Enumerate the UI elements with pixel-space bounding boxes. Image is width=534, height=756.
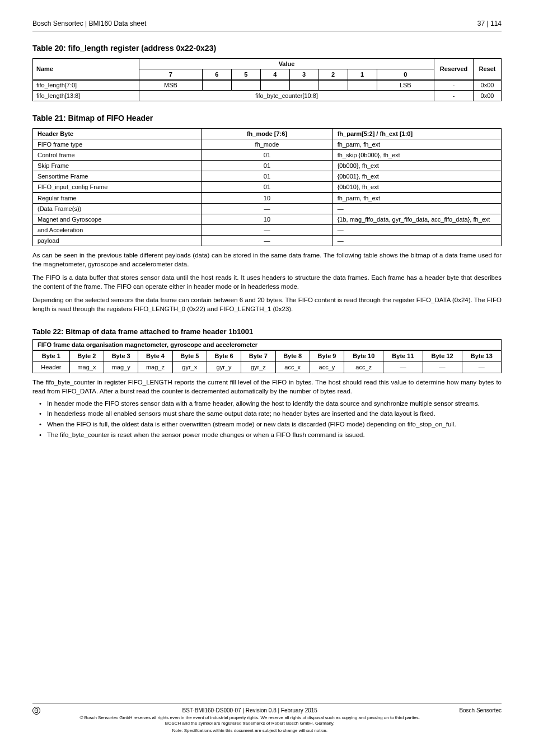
- t22-d9: acc_z: [344, 361, 383, 373]
- page-footer: BST-BMI160-DS000-07 | Revision 0.8 | Feb…: [32, 703, 502, 734]
- body-p1: The FIFO is a data buffer that stores se…: [32, 273, 502, 291]
- bullet-icon: •: [39, 430, 47, 440]
- t20-bit-3: 3: [289, 69, 318, 80]
- t21-tr4-1: —: [202, 236, 332, 246]
- t20-r1-reset: 0x00: [474, 91, 502, 101]
- t22-d12: —: [462, 361, 501, 373]
- list-item: •The fifo_byte_counter is reset when the…: [39, 430, 502, 440]
- t20-bit-4: 4: [260, 69, 289, 80]
- t21-r2-2: {0b000}, fh_ext: [332, 161, 501, 171]
- t20-r0-c4: [289, 80, 318, 91]
- header-page-number: 37 | 114: [477, 20, 502, 27]
- t22-d8: acc_y: [310, 361, 344, 373]
- t20-r0-c6: [348, 80, 377, 91]
- t20-h-reset: Reset: [474, 59, 502, 80]
- t21-tr1-1: —: [202, 204, 332, 214]
- page-header: Bosch Sensortec | BMI160 Data sheet 37 |…: [32, 20, 502, 31]
- list-item: •When the FIFO is full, the oldest data …: [39, 420, 502, 429]
- t21-tr4-2: —: [332, 236, 501, 246]
- t20-r0-reserved: -: [434, 80, 474, 91]
- t20-r0-c1: [202, 80, 231, 91]
- t21-tr4-0: payload: [33, 236, 202, 246]
- bullet-icon: •: [39, 409, 47, 419]
- t22-h8: Byte 9: [310, 350, 344, 361]
- table-21: Header Byte fh_mode [7:6] fh_parm[5:2] /…: [32, 128, 502, 246]
- t21-r0-2: fh_parm, fh_ext: [332, 139, 501, 150]
- bullet-icon: •: [39, 420, 47, 429]
- t22-d7: acc_x: [275, 361, 310, 373]
- table-20-title: Table 20: fifo_length register (address …: [32, 44, 502, 53]
- t21-r2-1: 01: [202, 161, 332, 171]
- t21-tr2-0: Magnet and Gyroscope: [33, 214, 202, 225]
- t22-h7: Byte 8: [275, 350, 310, 361]
- t21-h1: fh_mode [7:6]: [202, 129, 332, 139]
- table-22: FIFO frame data organisation magnetomete…: [32, 339, 502, 373]
- t20-r0-c2: [231, 80, 260, 91]
- t21-r1-2: fh_skip {0b000}, fh_ext: [332, 150, 501, 161]
- t21-r0-0: FIFO frame type: [33, 139, 202, 150]
- t21-tr0-0: Regular frame: [33, 192, 202, 204]
- t20-r1-name: fifo_length[13:8]: [33, 91, 139, 101]
- bosch-logo-icon: [32, 707, 40, 715]
- t21-r4-1: 01: [202, 182, 332, 193]
- t20-bit-5: 5: [231, 69, 260, 80]
- footer-company: Bosch Sensortec: [459, 707, 502, 714]
- t21-r4-0: FIFO_input_config Frame: [33, 182, 202, 193]
- t22-h11: Byte 12: [423, 350, 462, 361]
- t22-h10: Byte 11: [383, 350, 423, 361]
- t21-tr0-1: 10: [202, 192, 332, 204]
- t21-tr3-1: —: [202, 225, 332, 236]
- header-left: Bosch Sensortec | BMI160 Data sheet: [32, 20, 146, 27]
- t21-tr0-2: fh_parm, fh_ext: [332, 192, 501, 204]
- t22-d2: mag_y: [104, 361, 138, 373]
- t20-bit-1: 1: [348, 69, 377, 80]
- t21-h0: Header Byte: [33, 129, 202, 139]
- footer-doc-id: BST-BMI160-DS000-07 | Revision 0.8 | Feb…: [76, 707, 423, 714]
- bullet-icon: •: [39, 399, 47, 408]
- t21-r4-2: {0b010}, fh_ext: [332, 182, 501, 193]
- t21-r3-1: 01: [202, 171, 332, 182]
- t21-tr3-2: —: [332, 225, 501, 236]
- t21-tr3-0: and Acceleration: [33, 225, 202, 236]
- t22-h1: Byte 2: [69, 350, 104, 361]
- t22-d4: gyr_x: [172, 361, 207, 373]
- t20-r0-reset: 0x00: [474, 80, 502, 91]
- t22-caption: FIFO frame data organisation magnetomete…: [33, 339, 502, 350]
- t21-tr2-2: {1b, mag_fifo_data, gyr_fifo_data, acc_f…: [332, 214, 501, 225]
- table-21-note: As can be seen in the previous table dif…: [32, 251, 502, 269]
- t21-r3-2: {0b001}, fh_ext: [332, 171, 501, 182]
- t22-d10: —: [383, 361, 423, 373]
- list-item-text: In headerless mode all enabled sensors m…: [47, 409, 502, 419]
- t20-r0-name: fifo_length[7:0]: [33, 80, 139, 91]
- t22-h5: Byte 6: [207, 350, 241, 361]
- t20-h-value: Value: [139, 59, 434, 69]
- list-item-text: The fifo_byte_counter is reset when the …: [47, 430, 502, 440]
- t21-tr1-0: (Data Frame(s)): [33, 204, 202, 214]
- t22-h9: Byte 10: [344, 350, 383, 361]
- list-item: •In headerless mode all enabled sensors …: [39, 409, 502, 419]
- t20-r0-c3: [260, 80, 289, 91]
- t21-r3-0: Sensortime Frame: [33, 171, 202, 182]
- table-22-title: Table 22: Bitmap of data frame attached …: [32, 327, 502, 336]
- list-item: •In header mode the FIFO stores sensor d…: [39, 399, 502, 408]
- t21-tr2-1: 10: [202, 214, 332, 225]
- t20-bit-7: 7: [139, 69, 203, 80]
- footer-note: Note: Specifications within this documen…: [76, 728, 423, 734]
- list-item-text: In header mode the FIFO stores sensor da…: [47, 399, 502, 408]
- t22-h0: Byte 1: [33, 350, 70, 361]
- t22-h3: Byte 4: [138, 350, 172, 361]
- t21-r1-1: 01: [202, 150, 332, 161]
- t22-d11: —: [423, 361, 462, 373]
- body-p2: Depending on the selected sensors the da…: [32, 295, 502, 313]
- t21-r1-0: Control frame: [33, 150, 202, 161]
- t21-h2: fh_parm[5:2] / fh_ext [1:0]: [332, 129, 501, 139]
- table-21-title: Table 21: Bitmap of FIFO Header: [32, 114, 502, 123]
- t22-d0: Header: [33, 361, 70, 373]
- t20-r0-c0: MSB: [139, 80, 203, 91]
- t21-tr1-2: —: [332, 204, 501, 214]
- t20-bit-2: 2: [318, 69, 348, 80]
- footer-copyright: © Bosch Sensortec GmbH reserves all righ…: [76, 715, 423, 727]
- table-20: Name Value Reserved Reset 7 6 5 4 3 2 1 …: [32, 58, 502, 101]
- t21-r0-1: fh_mode: [202, 139, 332, 150]
- list-item-text: When the FIFO is full, the oldest data i…: [47, 420, 502, 429]
